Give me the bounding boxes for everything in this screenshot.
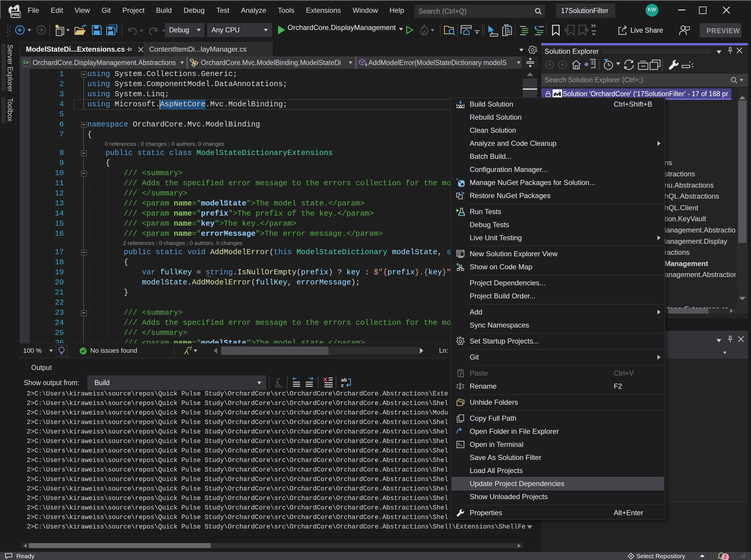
svg-text:c: c xyxy=(341,382,344,388)
svg-text:ab: ab xyxy=(341,377,347,383)
svg-text:PRE: PRE xyxy=(12,12,20,17)
